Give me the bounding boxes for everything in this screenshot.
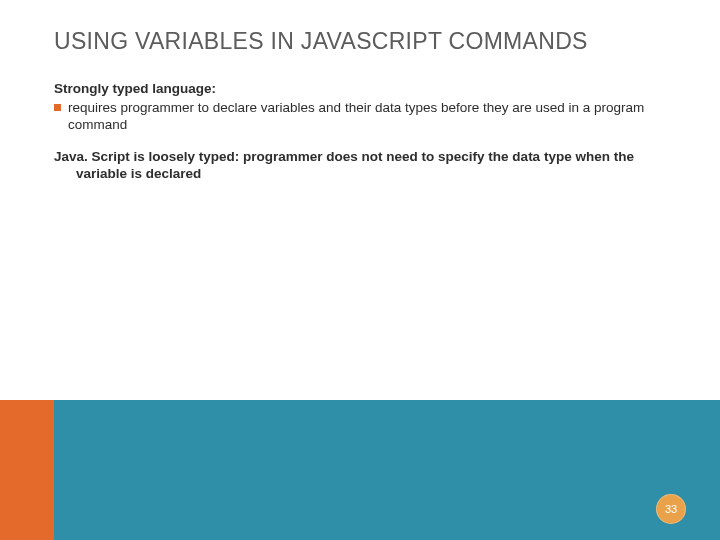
subheading: Strongly typed language:: [54, 81, 680, 96]
slide-title: USING VARIABLES IN JAVASCRIPT COMMANDS: [54, 28, 680, 55]
band-teal: 33: [54, 400, 720, 540]
square-bullet-icon: [54, 104, 61, 111]
page-number-badge: 33: [656, 494, 686, 524]
bullet-text: requires programmer to declare variables…: [68, 99, 680, 134]
slide: USING VARIABLES IN JAVASCRIPT COMMANDS S…: [0, 0, 720, 540]
paragraph: Java. Script is loosely typed: programme…: [54, 148, 634, 183]
band-orange: [0, 400, 54, 540]
bullet-item: requires programmer to declare variables…: [54, 99, 680, 134]
bottom-band: 33: [0, 400, 720, 540]
page-number: 33: [665, 503, 677, 515]
slide-content: USING VARIABLES IN JAVASCRIPT COMMANDS S…: [54, 28, 680, 183]
